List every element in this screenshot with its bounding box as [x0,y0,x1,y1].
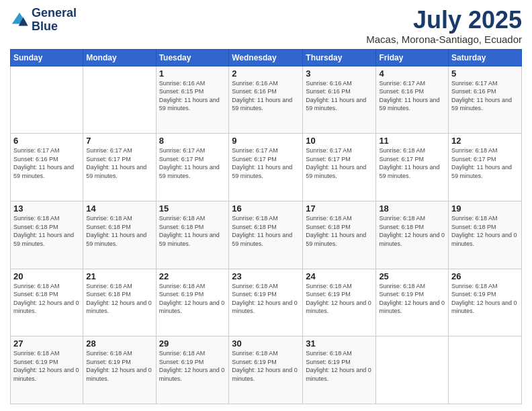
calendar-cell: 28Sunrise: 6:18 AM Sunset: 6:19 PM Dayli… [83,336,156,404]
day-number: 8 [159,136,226,146]
weekday-header: Thursday [303,49,376,66]
day-info: Sunrise: 6:17 AM Sunset: 6:16 PM Dayligh… [379,79,445,113]
day-number: 1 [159,68,226,79]
day-number: 20 [13,271,80,281]
weekday-header: Saturday [449,49,522,66]
day-info: Sunrise: 6:18 AM Sunset: 6:19 PM Dayligh… [232,282,300,316]
day-info: Sunrise: 6:18 AM Sunset: 6:19 PM Dayligh… [451,282,519,316]
calendar-cell: 29Sunrise: 6:18 AM Sunset: 6:19 PM Dayli… [156,336,229,404]
calendar: SundayMondayTuesdayWednesdayThursdayFrid… [10,49,522,404]
day-number: 21 [86,271,152,281]
calendar-cell: 5Sunrise: 6:17 AM Sunset: 6:16 PM Daylig… [449,66,522,134]
day-info: Sunrise: 6:16 AM Sunset: 6:15 PM Dayligh… [159,79,226,113]
calendar-cell: 19Sunrise: 6:18 AM Sunset: 6:18 PM Dayli… [449,201,522,269]
day-info: Sunrise: 6:18 AM Sunset: 6:18 PM Dayligh… [86,282,152,316]
calendar-cell: 2Sunrise: 6:16 AM Sunset: 6:16 PM Daylig… [229,66,303,134]
calendar-week-row: 20Sunrise: 6:18 AM Sunset: 6:18 PM Dayli… [11,269,522,336]
day-info: Sunrise: 6:18 AM Sunset: 6:17 PM Dayligh… [379,146,445,180]
weekday-header: Tuesday [156,49,229,66]
calendar-cell: 18Sunrise: 6:18 AM Sunset: 6:18 PM Dayli… [376,201,449,269]
day-number: 4 [379,68,445,79]
day-info: Sunrise: 6:17 AM Sunset: 6:17 PM Dayligh… [159,146,226,180]
calendar-cell: 13Sunrise: 6:18 AM Sunset: 6:18 PM Dayli… [11,201,83,269]
day-info: Sunrise: 6:18 AM Sunset: 6:18 PM Dayligh… [13,214,80,248]
day-info: Sunrise: 6:18 AM Sunset: 6:19 PM Dayligh… [306,282,373,316]
header: General Blue July 2025 Macas, Morona-San… [10,7,522,45]
day-number: 25 [379,271,445,281]
calendar-cell: 6Sunrise: 6:17 AM Sunset: 6:16 PM Daylig… [11,134,83,201]
calendar-cell: 26Sunrise: 6:18 AM Sunset: 6:19 PM Dayli… [449,269,522,336]
calendar-cell: 8Sunrise: 6:17 AM Sunset: 6:17 PM Daylig… [156,134,229,201]
day-info: Sunrise: 6:18 AM Sunset: 6:19 PM Dayligh… [159,349,226,383]
calendar-cell [11,66,83,134]
day-info: Sunrise: 6:17 AM Sunset: 6:17 PM Dayligh… [232,146,300,180]
logo-text: General Blue [32,7,77,34]
day-info: Sunrise: 6:18 AM Sunset: 6:19 PM Dayligh… [13,349,80,383]
day-number: 6 [13,136,80,146]
calendar-week-row: 1Sunrise: 6:16 AM Sunset: 6:15 PM Daylig… [11,66,522,134]
day-number: 13 [13,203,80,214]
day-number: 15 [159,203,226,214]
day-number: 24 [306,271,373,281]
logo-icon [10,11,29,30]
weekday-header: Sunday [11,49,83,66]
day-number: 29 [159,338,226,349]
calendar-week-row: 27Sunrise: 6:18 AM Sunset: 6:19 PM Dayli… [11,336,522,404]
calendar-cell: 15Sunrise: 6:18 AM Sunset: 6:18 PM Dayli… [156,201,229,269]
day-number: 17 [306,203,373,214]
day-number: 30 [232,338,300,349]
calendar-cell: 4Sunrise: 6:17 AM Sunset: 6:16 PM Daylig… [376,66,449,134]
calendar-cell: 24Sunrise: 6:18 AM Sunset: 6:19 PM Dayli… [303,269,376,336]
calendar-week-row: 6Sunrise: 6:17 AM Sunset: 6:16 PM Daylig… [11,134,522,201]
day-number: 22 [159,271,226,281]
day-info: Sunrise: 6:18 AM Sunset: 6:19 PM Dayligh… [379,282,445,316]
calendar-cell: 25Sunrise: 6:18 AM Sunset: 6:19 PM Dayli… [376,269,449,336]
day-info: Sunrise: 6:17 AM Sunset: 6:16 PM Dayligh… [451,79,519,113]
calendar-cell [83,66,156,134]
weekday-header: Monday [83,49,156,66]
calendar-cell: 16Sunrise: 6:18 AM Sunset: 6:18 PM Dayli… [229,201,303,269]
calendar-cell: 31Sunrise: 6:18 AM Sunset: 6:19 PM Dayli… [303,336,376,404]
calendar-cell [449,336,522,404]
day-info: Sunrise: 6:17 AM Sunset: 6:17 PM Dayligh… [306,146,373,180]
day-number: 28 [86,338,152,349]
day-number: 27 [13,338,80,349]
calendar-cell: 9Sunrise: 6:17 AM Sunset: 6:17 PM Daylig… [229,134,303,201]
day-number: 7 [86,136,152,146]
day-info: Sunrise: 6:16 AM Sunset: 6:16 PM Dayligh… [232,79,300,113]
calendar-cell: 10Sunrise: 6:17 AM Sunset: 6:17 PM Dayli… [303,134,376,201]
calendar-cell [376,336,449,404]
day-info: Sunrise: 6:17 AM Sunset: 6:17 PM Dayligh… [86,146,152,180]
day-info: Sunrise: 6:16 AM Sunset: 6:16 PM Dayligh… [306,79,373,113]
calendar-cell: 3Sunrise: 6:16 AM Sunset: 6:16 PM Daylig… [303,66,376,134]
calendar-cell: 27Sunrise: 6:18 AM Sunset: 6:19 PM Dayli… [11,336,83,404]
day-info: Sunrise: 6:18 AM Sunset: 6:18 PM Dayligh… [13,282,80,316]
day-number: 5 [451,68,519,79]
calendar-cell: 11Sunrise: 6:18 AM Sunset: 6:17 PM Dayli… [376,134,449,201]
day-info: Sunrise: 6:18 AM Sunset: 6:19 PM Dayligh… [232,349,300,383]
day-number: 26 [451,271,519,281]
day-number: 10 [306,136,373,146]
day-number: 14 [86,203,152,214]
day-info: Sunrise: 6:18 AM Sunset: 6:19 PM Dayligh… [159,282,226,316]
day-info: Sunrise: 6:18 AM Sunset: 6:18 PM Dayligh… [379,214,445,248]
day-number: 3 [306,68,373,79]
day-info: Sunrise: 6:17 AM Sunset: 6:16 PM Dayligh… [13,146,80,180]
logo: General Blue [10,7,77,34]
weekday-header-row: SundayMondayTuesdayWednesdayThursdayFrid… [11,49,522,66]
day-number: 18 [379,203,445,214]
day-number: 9 [232,136,300,146]
day-info: Sunrise: 6:18 AM Sunset: 6:18 PM Dayligh… [232,214,300,248]
weekday-header: Wednesday [229,49,303,66]
title-block: July 2025 Macas, Morona-Santiago, Ecuado… [366,7,522,45]
subtitle: Macas, Morona-Santiago, Ecuador [366,34,522,45]
day-number: 11 [379,136,445,146]
day-info: Sunrise: 6:18 AM Sunset: 6:18 PM Dayligh… [159,214,226,248]
day-info: Sunrise: 6:18 AM Sunset: 6:18 PM Dayligh… [86,214,152,248]
weekday-header: Friday [376,49,449,66]
day-info: Sunrise: 6:18 AM Sunset: 6:17 PM Dayligh… [451,146,519,180]
day-number: 23 [232,271,300,281]
day-number: 19 [451,203,519,214]
day-info: Sunrise: 6:18 AM Sunset: 6:19 PM Dayligh… [86,349,152,383]
day-number: 16 [232,203,300,214]
